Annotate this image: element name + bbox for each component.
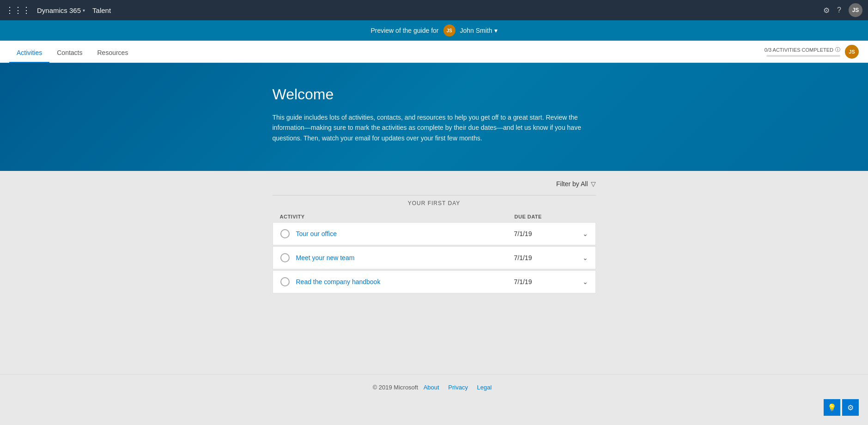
- footer-link-legal[interactable]: Legal: [477, 384, 492, 391]
- activity-checkbox-0[interactable]: [280, 229, 290, 238]
- activity-name-1: Meet your new team: [296, 254, 514, 261]
- progress-info-icon: ⓘ: [835, 46, 840, 53]
- footer-link-privacy[interactable]: Privacy: [448, 384, 468, 391]
- activity-duedate-2: 7/1/19: [514, 278, 570, 285]
- col-header-activity: ACTIVITY: [280, 214, 515, 219]
- filter-label[interactable]: Filter by All: [556, 180, 588, 188]
- tab-resources[interactable]: Resources: [90, 43, 135, 63]
- app-module: Talent: [92, 6, 111, 14]
- activity-name-2: Read the company handbook: [296, 278, 514, 285]
- app-name-text: Dynamics 365: [37, 6, 81, 14]
- content: Filter by All ▽ YOUR FIRST DAY ACTIVITY …: [0, 171, 868, 356]
- filter-bar: Filter by All ▽: [273, 180, 596, 188]
- col-header-duedate: DUE DATE: [515, 214, 570, 219]
- activity-duedate-1: 7/1/19: [514, 254, 570, 261]
- hero-description: This guide includes lots of activities, …: [273, 112, 596, 143]
- floating-actions: 💡 ⚙: [824, 399, 859, 416]
- preview-user-name[interactable]: John Smith ▾: [460, 27, 498, 34]
- tab-activities[interactable]: Activities: [9, 43, 49, 63]
- preview-user-avatar: JS: [443, 24, 455, 36]
- gear-icon: ⚙: [847, 403, 854, 412]
- activity-duedate-0: 7/1/19: [514, 230, 570, 237]
- tab-bar: Activities Contacts Resources 0/3 ACTIVI…: [0, 41, 868, 63]
- user-avatar-nav[interactable]: JS: [849, 3, 862, 17]
- activity-name-0: Tour our office: [296, 230, 514, 237]
- activity-row-2[interactable]: Read the company handbook 7/1/19 ⌄: [273, 270, 596, 293]
- section-title: YOUR FIRST DAY: [273, 200, 596, 206]
- preview-bar: Preview of the guide for JS John Smith ▾: [0, 20, 868, 41]
- floating-bulb-button[interactable]: 💡: [824, 399, 840, 416]
- activity-table: ACTIVITY DUE DATE Tour our office 7/1/19…: [273, 211, 596, 293]
- settings-icon[interactable]: ⚙: [823, 6, 830, 15]
- waffle-icon[interactable]: ⋮⋮⋮: [6, 5, 30, 15]
- footer-copyright: © 2019 Microsoft: [373, 384, 418, 391]
- activity-expand-1[interactable]: ⌄: [570, 254, 588, 261]
- footer-link-about[interactable]: About: [424, 384, 439, 391]
- tab-bar-right: 0/3 ACTIVITIES COMPLETED ⓘ JS: [765, 45, 859, 59]
- top-nav: ⋮⋮⋮ Dynamics 365 ▾ Talent ⚙ ? JS: [0, 0, 868, 20]
- top-nav-left: ⋮⋮⋮ Dynamics 365 ▾ Talent: [6, 5, 823, 15]
- help-icon[interactable]: ?: [837, 6, 841, 14]
- section-divider: [273, 195, 596, 195]
- app-chevron-icon: ▾: [83, 8, 85, 13]
- table-header: ACTIVITY DUE DATE: [273, 211, 596, 222]
- activity-expand-0[interactable]: ⌄: [570, 230, 588, 237]
- app-name[interactable]: Dynamics 365 ▾: [37, 6, 85, 14]
- progress-bar-container: [766, 55, 840, 57]
- footer: © 2019 Microsoft About Privacy Legal: [0, 374, 868, 400]
- filter-icon[interactable]: ▽: [591, 180, 596, 188]
- tab-contacts[interactable]: Contacts: [49, 43, 90, 63]
- activity-expand-2[interactable]: ⌄: [570, 278, 588, 285]
- activity-checkbox-1[interactable]: [280, 253, 290, 262]
- preview-user-name-text: John Smith: [460, 27, 492, 34]
- activities-completed-text: 0/3 ACTIVITIES COMPLETED ⓘ: [765, 46, 840, 53]
- user-avatar-tab[interactable]: JS: [845, 45, 859, 59]
- hero-title: Welcome: [273, 86, 596, 103]
- hero-inner: Welcome This guide includes lots of acti…: [273, 86, 596, 143]
- activities-completed: 0/3 ACTIVITIES COMPLETED ⓘ: [765, 46, 840, 57]
- top-nav-right: ⚙ ? JS: [823, 3, 862, 17]
- bulb-icon: 💡: [827, 403, 837, 412]
- activity-checkbox-2[interactable]: [280, 277, 290, 286]
- preview-text: Preview of the guide for: [370, 27, 438, 34]
- content-inner: Filter by All ▽ YOUR FIRST DAY ACTIVITY …: [273, 180, 596, 293]
- hero: Welcome This guide includes lots of acti…: [0, 63, 868, 171]
- activity-row-1[interactable]: Meet your new team 7/1/19 ⌄: [273, 246, 596, 269]
- activity-row-0[interactable]: Tour our office 7/1/19 ⌄: [273, 222, 596, 245]
- floating-gear-button[interactable]: ⚙: [842, 399, 859, 416]
- preview-chevron-icon: ▾: [494, 27, 498, 34]
